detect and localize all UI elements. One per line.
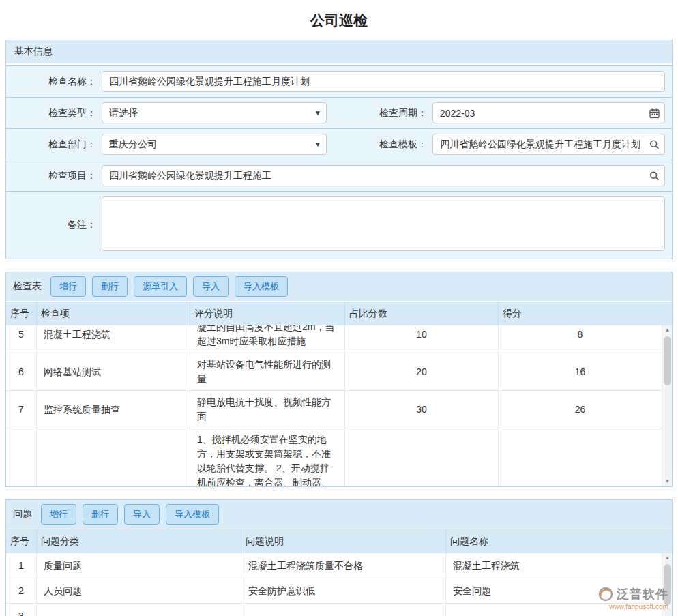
issues-body: 1 质量问题 混凝土工程浇筑质量不合格 混凝土工程浇筑 2 人员问题 安全防护意… [6,553,672,616]
vertical-scrollbar[interactable]: ▲ ▼ [662,325,672,486]
search-icon[interactable] [649,171,660,181]
table-row[interactable]: 6 网络基站测试 对基站设备电气性能所进行的测量 20 16 [6,353,662,391]
cell-no: 1 [6,553,37,578]
brand-name: 泛普软件 [617,586,668,602]
table-row[interactable]: 3 [6,604,662,616]
check-type-label: 检查类型： [6,107,102,119]
check-project-label: 检查项目： [6,170,102,182]
scroll-up-arrow[interactable]: ▲ [662,553,673,563]
cell-no: 5 [6,325,37,353]
import-button[interactable]: 导入 [124,504,160,525]
check-period-field[interactable] [432,98,672,128]
col-header-desc: 问题说明 [241,529,446,553]
fanpu-watermark: 泛普软件 www.fanpusoft.com [598,586,668,611]
issues-title: 问题 [13,508,32,520]
remark-row: 备注： [6,191,672,259]
check-dept-select[interactable]: ▼ [102,129,334,160]
cell-ratio: 20 [345,353,499,390]
cell-category: 人员问题 [37,578,241,603]
add-row-button[interactable]: 增行 [41,504,76,525]
scroll-down-arrow[interactable]: ▼ [662,477,673,486]
check-table-body: 5 混凝土工程浇筑 凝土的自由高度不宜超过2m，当超过3m时应采取相应措施 10… [6,325,672,486]
issues-toolbar: 问题 增行 删行 导入 导入模板 [6,500,672,529]
cell-ratio: 10 [345,325,499,353]
table-row[interactable]: 5 混凝土工程浇筑 凝土的自由高度不宜超过2m，当超过3m时应采取相应措施 10… [6,325,662,353]
cell-item: 网络基站测试 [37,353,190,390]
check-template-field[interactable] [432,129,672,160]
check-project-field[interactable] [102,160,672,191]
page-root: 公司巡检 基本信息 检查名称： 检查类型： ▼ 检查周期： [0,0,678,616]
add-row-button[interactable]: 增行 [50,276,86,297]
issues-header-row: 序号 问题分类 问题说明 问题名称 [6,529,672,553]
fanpu-logo-icon [598,586,614,602]
search-icon[interactable] [649,139,660,149]
cell-score: 26 [499,391,662,428]
cell-no: 6 [6,353,37,390]
cell-name: 混凝土工程浇筑 [446,553,662,578]
cell-score: 16 [499,353,662,390]
cell-no: 7 [6,391,37,428]
table-row[interactable]: 2 人员问题 安全防护意识低 安全问题 [6,578,662,604]
check-dept-value[interactable] [102,134,327,155]
basic-info-header: 基本信息 [6,40,672,65]
cell-category [37,604,241,616]
check-name-label: 检查名称： [6,76,102,88]
col-header-ratio: 占比分数 [345,302,499,325]
cell-desc: 1、搅拌机必须安置在坚实的地方，用支架或支架筒架稳，不准以轮胎代替支撑。 2、开… [190,428,345,486]
check-type-select[interactable]: ▼ [102,98,334,128]
source-import-button[interactable]: 源单引入 [134,276,187,297]
check-table-header-row: 序号 检查项 评分说明 占比分数 得分 [6,301,672,325]
basic-info-panel: 基本信息 检查名称： 检查类型： ▼ 检查周期： [5,40,673,259]
import-button[interactable]: 导入 [193,276,229,297]
delete-row-button[interactable]: 删行 [92,276,128,297]
cell-desc [241,604,446,616]
check-table-panel: 检查表 增行 删行 源单引入 导入 导入模板 序号 检查项 评分说明 占比分数 … [5,272,673,487]
check-template-input[interactable] [432,134,665,155]
cell-item: 混凝土工程浇筑 [37,325,190,353]
col-header-name: 问题名称 [446,529,672,553]
cell-category: 质量问题 [37,553,241,578]
cell-score: 8 [499,325,662,353]
page-title: 公司巡检 [0,0,678,40]
cell-desc: 混凝土工程浇筑质量不合格 [241,553,446,578]
check-period-label: 检查周期： [334,107,432,119]
check-project-input[interactable] [102,165,665,186]
cell-ratio [345,428,499,486]
cell-no: 3 [6,604,37,616]
issues-panel: 问题 增行 删行 导入 导入模板 序号 问题分类 问题说明 问题名称 1 质量问… [5,499,673,616]
check-type-value[interactable] [102,102,327,123]
check-dept-label: 检查部门： [6,138,102,151]
col-header-no: 序号 [6,529,37,553]
remark-label: 备注： [6,219,102,231]
check-dept-template-row: 检查部门： ▼ 检查模板： [6,128,672,160]
scrollbar-thumb[interactable] [664,336,671,385]
cell-score [499,428,662,486]
cell-no [6,428,37,486]
brand-url: www.fanpusoft.com [598,603,668,611]
check-template-label: 检查模板： [334,138,432,151]
check-period-input[interactable] [432,102,665,123]
check-type-period-row: 检查类型： ▼ 检查周期： [6,97,672,128]
calendar-icon[interactable] [649,108,660,118]
table-row[interactable]: 1 质量问题 混凝土工程浇筑质量不合格 混凝土工程浇筑 [6,553,662,578]
table-row[interactable]: 1、搅拌机必须安置在坚实的地方，用支架或支架筒架稳，不准以轮胎代替支撑。 2、开… [6,428,662,486]
cell-desc: 对基站设备电气性能所进行的测量 [190,353,345,390]
check-table-title: 检查表 [13,280,42,293]
delete-row-button[interactable]: 删行 [83,504,118,525]
cell-no: 2 [6,578,37,603]
scroll-up-arrow[interactable]: ▲ [662,325,673,335]
check-name-row: 检查名称： [6,65,672,97]
cell-desc: 凝土的自由高度不宜超过2m，当超过3m时应采取相应措施 [190,325,345,353]
cell-item: 监控系统质量抽查 [37,391,190,428]
col-header-desc: 评分说明 [190,302,345,325]
remark-textarea[interactable] [102,196,665,251]
import-template-button[interactable]: 导入模板 [235,276,288,297]
col-header-no: 序号 [6,302,37,325]
check-table-toolbar: 检查表 增行 删行 源单引入 导入 导入模板 [6,272,672,301]
table-row[interactable]: 7 监控系统质量抽查 静电放电抗干扰度、视频性能方面 30 26 [6,391,662,428]
check-project-row: 检查项目： [6,160,672,191]
check-name-input[interactable] [102,71,665,92]
col-header-category: 问题分类 [37,529,241,553]
col-header-item: 检查项 [37,302,190,325]
import-template-button[interactable]: 导入模板 [166,504,219,525]
